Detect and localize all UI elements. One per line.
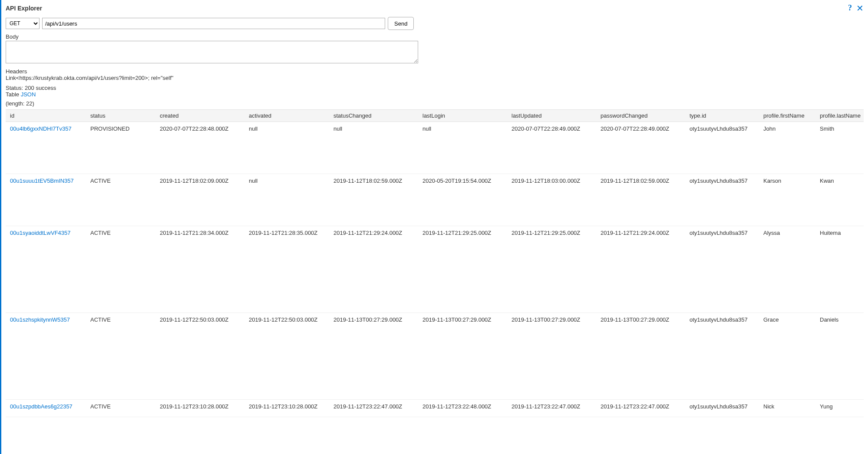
col-lastlogin[interactable]: lastLogin <box>418 110 507 122</box>
cell-statuschanged: 2019-11-13T00:27:29.000Z <box>329 313 418 400</box>
length-line: (length: 22) <box>6 100 864 107</box>
col-created[interactable]: created <box>155 110 244 122</box>
cell-passwordchanged: 2019-11-12T18:02:59.000Z <box>596 174 685 226</box>
col-id[interactable]: id <box>6 110 86 122</box>
id-link[interactable]: 00u1szpdbbAes6g22357 <box>10 403 73 410</box>
help-icon[interactable]: ? <box>848 3 852 13</box>
send-button[interactable]: Send <box>388 17 414 30</box>
col-lastupdated[interactable]: lastUpdated <box>507 110 596 122</box>
method-select[interactable]: GETPOSTPUTDELETEPATCH <box>6 18 40 29</box>
cell-lastname: Smith <box>815 122 864 174</box>
cell-lastname: Yung <box>815 400 864 417</box>
cell-created: 2019-11-12T21:28:34.000Z <box>155 226 244 313</box>
cell-firstname: Karson <box>759 174 815 226</box>
cell-typeid: oty1suutyvLhdu8sa357 <box>685 226 759 313</box>
cell-firstname: Nick <box>759 400 815 417</box>
id-link[interactable]: 00u1szhspkitynnW5357 <box>10 316 70 323</box>
cell-lastupdated: 2019-11-12T18:03:00.000Z <box>507 174 596 226</box>
cell-status: ACTIVE <box>86 400 155 417</box>
json-view-link[interactable]: JSON <box>21 91 36 98</box>
cell-lastlogin: null <box>418 122 507 174</box>
status-line: Status: 200 success <box>6 85 864 91</box>
cell-typeid: oty1suutyvLhdu8sa357 <box>685 122 759 174</box>
cell-activated: 2019-11-12T23:10:28.000Z <box>244 400 329 417</box>
cell-id[interactable]: 00u1szhspkitynnW5357 <box>6 313 86 400</box>
cell-status: PROVISIONED <box>86 122 155 174</box>
cell-activated: null <box>244 174 329 226</box>
col-activated[interactable]: activated <box>244 110 329 122</box>
cell-status: ACTIVE <box>86 174 155 226</box>
cell-activated: 2019-11-12T21:28:35.000Z <box>244 226 329 313</box>
id-link[interactable]: 00u1suuu1tEV5BmIN357 <box>10 178 74 184</box>
cell-lastname: Huitema <box>815 226 864 313</box>
cell-lastlogin: 2020-05-20T19:15:54.000Z <box>418 174 507 226</box>
cell-activated: 2019-11-12T22:50:03.000Z <box>244 313 329 400</box>
cell-id[interactable]: 00u1suuu1tEV5BmIN357 <box>6 174 86 226</box>
cell-created: 2019-11-12T18:02:09.000Z <box>155 174 244 226</box>
cell-id[interactable]: 00u1syaoiddtLwVF4357 <box>6 226 86 313</box>
cell-id[interactable]: 00u4lb6gxxNDHI7Tv357 <box>6 122 86 174</box>
cell-lastname: Kwan <box>815 174 864 226</box>
url-input[interactable] <box>42 18 385 29</box>
cell-statuschanged: 2019-11-12T23:22:47.000Z <box>329 400 418 417</box>
cell-lastlogin: 2019-11-13T00:27:29.000Z <box>418 313 507 400</box>
close-icon[interactable]: ✕ <box>856 4 864 13</box>
cell-lastupdated: 2019-11-12T23:22:47.000Z <box>507 400 596 417</box>
table-row: 00u1syaoiddtLwVF4357ACTIVE2019-11-12T21:… <box>6 226 864 313</box>
cell-created: 2019-11-12T23:10:28.000Z <box>155 400 244 417</box>
cell-lastlogin: 2019-11-12T21:29:25.000Z <box>418 226 507 313</box>
body-label: Body <box>6 33 864 40</box>
cell-created: 2019-11-12T22:50:03.000Z <box>155 313 244 400</box>
id-link[interactable]: 00u4lb6gxxNDHI7Tv357 <box>10 125 72 132</box>
table-row: 00u1szhspkitynnW5357ACTIVE2019-11-12T22:… <box>6 313 864 400</box>
cell-status: ACTIVE <box>86 226 155 313</box>
cell-typeid: oty1suutyvLhdu8sa357 <box>685 400 759 417</box>
cell-id[interactable]: 00u1szpdbbAes6g22357 <box>6 400 86 417</box>
cell-statuschanged: 2019-11-12T21:29:24.000Z <box>329 226 418 313</box>
page-title: API Explorer <box>6 5 42 12</box>
cell-activated: null <box>244 122 329 174</box>
cell-firstname: Grace <box>759 313 815 400</box>
col-passwordchanged[interactable]: passwordChanged <box>596 110 685 122</box>
cell-lastupdated: 2020-07-07T22:28:49.000Z <box>507 122 596 174</box>
col-lastname[interactable]: profile.lastName <box>815 110 864 122</box>
cell-passwordchanged: 2019-11-12T23:22:47.000Z <box>596 400 685 417</box>
cell-status: ACTIVE <box>86 313 155 400</box>
table-view-label: Table <box>6 91 19 98</box>
headers-value: Link<https://krustykrab.okta.com/api/v1/… <box>6 75 864 81</box>
col-firstname[interactable]: profile.firstName <box>759 110 815 122</box>
cell-typeid: oty1suutyvLhdu8sa357 <box>685 313 759 400</box>
cell-passwordchanged: 2019-11-13T00:27:29.000Z <box>596 313 685 400</box>
col-status[interactable]: status <box>86 110 155 122</box>
col-statuschanged[interactable]: statusChanged <box>329 110 418 122</box>
cell-lastlogin: 2019-11-12T23:22:48.000Z <box>418 400 507 417</box>
cell-passwordchanged: 2020-07-07T22:28:49.000Z <box>596 122 685 174</box>
table-row: 00u1suuu1tEV5BmIN357ACTIVE2019-11-12T18:… <box>6 174 864 226</box>
cell-typeid: oty1suutyvLhdu8sa357 <box>685 174 759 226</box>
cell-passwordchanged: 2019-11-12T21:29:24.000Z <box>596 226 685 313</box>
headers-label: Headers <box>6 68 864 75</box>
results-table: id status created activated statusChange… <box>6 109 864 417</box>
cell-firstname: John <box>759 122 815 174</box>
body-textarea[interactable] <box>6 41 418 63</box>
cell-created: 2020-07-07T22:28:48.000Z <box>155 122 244 174</box>
cell-statuschanged: null <box>329 122 418 174</box>
id-link[interactable]: 00u1syaoiddtLwVF4357 <box>10 230 71 236</box>
cell-lastupdated: 2019-11-13T00:27:29.000Z <box>507 313 596 400</box>
cell-firstname: Alyssa <box>759 226 815 313</box>
cell-statuschanged: 2019-11-12T18:02:59.000Z <box>329 174 418 226</box>
col-typeid[interactable]: type.id <box>685 110 759 122</box>
cell-lastupdated: 2019-11-12T21:29:25.000Z <box>507 226 596 313</box>
table-row: 00u4lb6gxxNDHI7Tv357PROVISIONED2020-07-0… <box>6 122 864 174</box>
table-row: 00u1szpdbbAes6g22357ACTIVE2019-11-12T23:… <box>6 400 864 417</box>
cell-lastname: Daniels <box>815 313 864 400</box>
table-header-row: id status created activated statusChange… <box>6 110 864 122</box>
